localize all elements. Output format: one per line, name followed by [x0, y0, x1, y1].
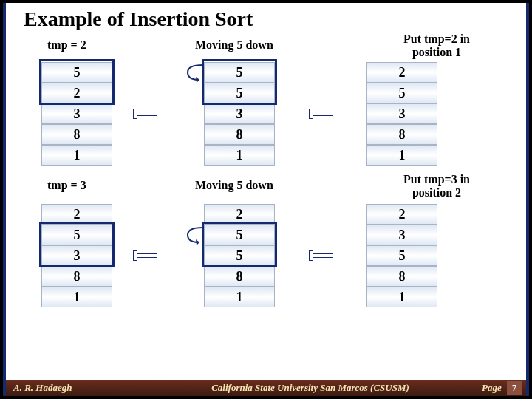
- cell-r2c3-3: 8: [366, 266, 437, 287]
- label-move5b: Moving 5 down: [195, 179, 273, 192]
- cell-r2c3-4: 1: [366, 287, 437, 307]
- loop-arrow-r2c2: [183, 223, 205, 245]
- cell-r2c1-4: 1: [41, 287, 112, 307]
- cell-r1c2-4: 1: [204, 145, 275, 166]
- cell-r1c3-3: 8: [366, 124, 437, 145]
- cell-r1c3-2: 3: [366, 103, 437, 124]
- footer-page-label: Page: [482, 382, 502, 393]
- page-title: Example of Insertion Sort: [6, 3, 526, 31]
- cell-r2c3-1: 3: [366, 225, 437, 245]
- cell-r2c2-3: 8: [204, 266, 275, 287]
- arrow-r2-b: [310, 250, 341, 262]
- cell-r2c1-1: 5: [41, 225, 112, 245]
- cell-r2c3-0: 2: [366, 204, 437, 225]
- cell-r2c1-2: 3: [41, 245, 112, 266]
- label-move5a: Moving 5 down: [195, 38, 273, 52]
- cell-r1c2-2: 3: [204, 103, 275, 124]
- label-put3: Put tmp=3 in position 2: [389, 173, 485, 200]
- cell-r2c1-0: 2: [41, 204, 112, 225]
- cell-r1c3-4: 1: [366, 145, 437, 166]
- footer-author: A. R. Hadaegh: [6, 382, 139, 394]
- arrow-r1-b: [310, 108, 341, 120]
- label-put2: Put tmp=2 in position 1: [389, 33, 485, 60]
- cell-r2c2-0: 2: [204, 204, 275, 225]
- cell-r2c2-4: 1: [204, 287, 275, 307]
- footer: A. R. Hadaegh California State Universit…: [6, 380, 526, 396]
- loop-arrow-r1c2: [183, 61, 205, 83]
- footer-university: California State University San Marcos (…: [139, 382, 482, 394]
- footer-page-number: 7: [507, 381, 522, 395]
- cell-r2c1-3: 8: [41, 266, 112, 287]
- cell-r1c1-4: 1: [41, 145, 112, 166]
- cell-r2c2-2: 5: [204, 245, 275, 266]
- footer-page: Page 7: [482, 381, 526, 395]
- content-area: tmp = 2 Moving 5 down Put tmp=2 in posit…: [6, 33, 526, 372]
- cell-r1c2-1: 5: [204, 83, 275, 103]
- label-tmp3: tmp = 3: [47, 179, 86, 192]
- cell-r1c1-1: 2: [41, 83, 112, 103]
- cell-r1c2-3: 8: [204, 124, 275, 145]
- arrow-r1-a: [134, 108, 166, 120]
- arrow-r2-a: [134, 250, 166, 262]
- cell-r1c3-1: 5: [366, 83, 437, 103]
- cell-r2c3-2: 5: [366, 245, 437, 266]
- cell-r1c1-0: 5: [41, 62, 112, 83]
- cell-r1c3-0: 2: [366, 62, 437, 83]
- cell-r1c1-3: 8: [41, 124, 112, 145]
- cell-r1c2-0: 5: [204, 62, 275, 83]
- cell-r1c1-2: 3: [41, 103, 112, 124]
- label-tmp2: tmp = 2: [47, 38, 86, 52]
- cell-r2c2-1: 5: [204, 225, 275, 245]
- slide: Example of Insertion Sort tmp = 2 Moving…: [3, 3, 529, 396]
